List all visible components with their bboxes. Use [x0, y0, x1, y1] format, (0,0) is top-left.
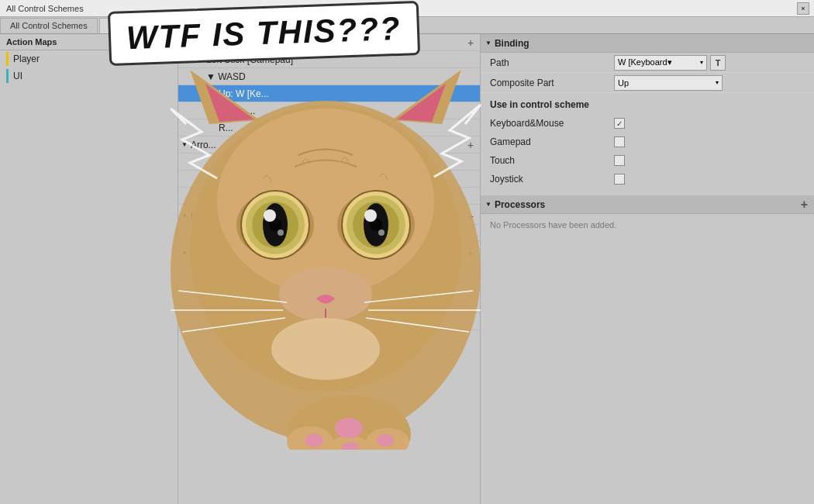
action-touch[interactable]: tap [Touchscreen]: [178, 296, 480, 313]
path-dropdown-arrow: ▾: [700, 59, 703, 66]
processors-section: No Processors have been added.: [481, 214, 814, 236]
move-add-btn[interactable]: +: [464, 36, 477, 49]
player-color-bar: [6, 52, 9, 66]
last-triangle: ▼: [181, 250, 188, 257]
no-processors-text: No Processors have been added.: [490, 217, 805, 233]
action-do[interactable]: Do...: [178, 171, 480, 188]
binding-triangle: ▼: [485, 40, 492, 47]
scheme-touch: Touch: [490, 152, 805, 169]
path-value-container: W [Keyboard▾ ▾ T: [614, 55, 726, 71]
wtf-text: WTF IS THIS???: [126, 10, 402, 57]
action-gamepad[interactable]: ... [Gamepad]: [178, 262, 480, 279]
action-down[interactable]: Down: ...: [178, 102, 480, 119]
keyboard-mouse-checkbox[interactable]: [614, 118, 625, 129]
loo-triangle: ▼: [181, 212, 188, 219]
action-r[interactable]: R...: [178, 119, 480, 136]
action-maps-panel: Action Maps Player UI: [0, 34, 178, 504]
action-up2[interactable]: Up: ...: [178, 154, 480, 171]
loo-add-btn[interactable]: +: [464, 210, 477, 223]
window-title: All Control Schemes: [6, 4, 84, 13]
close-button[interactable]: ×: [797, 2, 809, 15]
arro-group-header[interactable]: ▼ Arro... +: [178, 136, 480, 154]
action-mouse[interactable]: Le... [Mouse]: [178, 279, 480, 296]
path-label: Path: [490, 57, 614, 68]
path-row: Path W [Keyboard▾ ▾ T: [481, 53, 814, 73]
ui-color-bar: [6, 69, 9, 83]
joystick-checkbox[interactable]: [614, 174, 625, 185]
control-scheme-title: Use in control scheme: [490, 99, 805, 110]
composite-dropdown-arrow: ▾: [716, 79, 719, 86]
control-scheme-section: Use in control scheme Keyboard&Mouse Gam…: [481, 93, 814, 195]
actions-wrapper: ▼ Move + Left Stick [Gamepad] ▼ WASD Up:…: [178, 34, 480, 330]
action-up-w[interactable]: Up: W [Ke...: [178, 85, 480, 102]
gamepad-label: Gamepad: [490, 136, 614, 147]
keyboard-mouse-label: Keyboard&Mouse: [490, 118, 614, 129]
scheme-gamepad: Gamepad: [490, 133, 805, 150]
processors-triangle: ▼: [485, 201, 492, 208]
last-add-btn[interactable]: +: [464, 247, 477, 260]
actions-panel: ▼ Move + Left Stick [Gamepad] ▼ WASD Up:…: [178, 34, 481, 504]
wtf-banner: WTF IS THIS???: [108, 1, 420, 66]
touch-checkbox[interactable]: [614, 155, 625, 166]
scheme-joystick: Joystick: [490, 171, 805, 188]
processors-add-btn[interactable]: +: [801, 198, 808, 212]
action-map-ui[interactable]: UI: [0, 67, 178, 85]
action-joystick[interactable]: Trigger [Joystick]: [178, 313, 480, 330]
tab-all-control-schemes[interactable]: All Control Schemes: [0, 18, 98, 33]
binding-panel: ▼ Binding Path W [Keyboard▾ ▾ T Composit…: [481, 34, 814, 504]
t-button[interactable]: T: [710, 55, 726, 71]
processors-section-header: ▼ Processors +: [481, 195, 814, 214]
arro-add-btn[interactable]: +: [464, 139, 477, 151]
wasd-triangle: ▼: [206, 71, 216, 82]
last-group-header[interactable]: ▼ ... +: [178, 245, 480, 262]
composite-row: Composite Part Up ▾: [481, 73, 814, 93]
action-ri[interactable]: Ri...: [178, 225, 480, 242]
binding-section-header: ▼ Binding: [481, 34, 814, 53]
composite-dropdown[interactable]: Up ▾: [614, 75, 723, 91]
touch-label: Touch: [490, 155, 614, 166]
gamepad-checkbox[interactable]: [614, 136, 625, 147]
scheme-keyboard-mouse: Keyboard&Mouse: [490, 115, 805, 132]
joystick-label: Joystick: [490, 174, 614, 185]
loo-group-header[interactable]: ▼ Loo... +: [178, 208, 480, 225]
composite-label: Composite Part: [490, 78, 614, 88]
path-dropdown[interactable]: W [Keyboard▾ ▾: [614, 55, 707, 71]
main-window: All Control Schemes × All Control Scheme…: [0, 0, 814, 504]
content-area: Action Maps Player UI ▼ Move + Left: [0, 34, 814, 504]
arro-triangle: ▼: [181, 141, 188, 148]
action-l[interactable]: L...: [178, 188, 480, 205]
composite-value-container: Up ▾: [614, 75, 723, 91]
action-wasd[interactable]: ▼ WASD: [178, 68, 480, 85]
